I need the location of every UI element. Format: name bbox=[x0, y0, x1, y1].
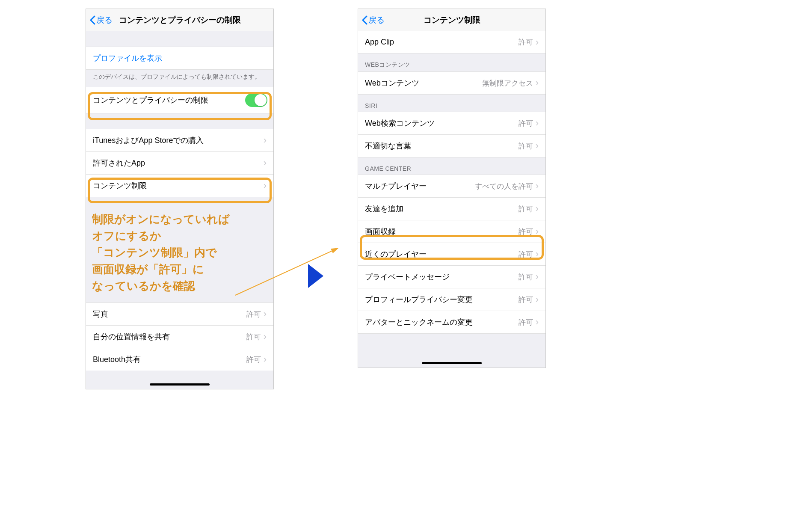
row-value: 許可 bbox=[519, 317, 533, 327]
row-label: マルチプレイヤー bbox=[365, 181, 475, 191]
chevron-right-icon: › bbox=[264, 355, 267, 364]
row-value: 許可 bbox=[519, 295, 533, 305]
chevron-right-icon: › bbox=[536, 119, 539, 128]
explicit-language-row[interactable]: 不適切な言葉 許可 › bbox=[358, 135, 545, 157]
row-value: 許可 bbox=[519, 227, 533, 237]
itunes-purchases-row[interactable]: iTunesおよびApp Storeでの購入 › bbox=[86, 129, 273, 152]
back-label: 戻る bbox=[96, 15, 113, 26]
show-profile-link[interactable]: プロファイルを表示 bbox=[86, 47, 273, 70]
row-label: iTunesおよびApp Storeでの購入 bbox=[93, 135, 264, 145]
chevron-right-icon: › bbox=[536, 227, 539, 236]
left-screenshot: 戻る コンテンツとプライバシーの制限 プロファイルを表示 このデバイスは、プロフ… bbox=[86, 9, 274, 389]
toggle-switch[interactable] bbox=[245, 93, 267, 107]
row-value: 許可 bbox=[519, 37, 533, 47]
home-indicator bbox=[86, 381, 273, 389]
chevron-left-icon bbox=[89, 15, 95, 25]
row-label: 友達を追加 bbox=[365, 204, 519, 214]
allowed-apps-row[interactable]: 許可されたApp › bbox=[86, 152, 273, 175]
page-title: コンテンツとプライバシーの制限 bbox=[119, 15, 241, 26]
back-button[interactable]: 戻る bbox=[358, 15, 385, 26]
annotation-text: 制限がオンになっていればオフにするか「コンテンツ制限」内で画面収録が「許可」にな… bbox=[92, 211, 272, 294]
chevron-right-icon: › bbox=[536, 181, 539, 191]
bluetooth-share-row[interactable]: Bluetooth共有 許可 › bbox=[86, 348, 273, 371]
row-label: Webコンテンツ bbox=[365, 78, 482, 88]
web-search-row[interactable]: Web検索コンテンツ 許可 › bbox=[358, 112, 545, 135]
row-value: 許可 bbox=[246, 355, 261, 365]
chevron-right-icon: › bbox=[536, 78, 539, 88]
chevron-left-icon bbox=[362, 15, 367, 25]
row-value: 無制限アクセス bbox=[482, 78, 533, 88]
row-value: すべての人を許可 bbox=[475, 181, 533, 191]
back-button[interactable]: 戻る bbox=[86, 15, 113, 26]
row-label: App Clip bbox=[365, 38, 519, 47]
section-header-web: WEBコンテンツ bbox=[358, 53, 545, 71]
chevron-right-icon: › bbox=[536, 272, 539, 282]
row-value: 許可 bbox=[519, 141, 533, 151]
row-value: 許可 bbox=[519, 119, 533, 128]
chevron-right-icon: › bbox=[264, 158, 267, 168]
chevron-right-icon: › bbox=[536, 141, 539, 151]
multiplayer-row[interactable]: マルチプレイヤー すべての人を許可 › bbox=[358, 175, 545, 198]
nav-bar: 戻る コンテンツとプライバシーの制限 bbox=[86, 9, 273, 31]
chevron-right-icon: › bbox=[536, 204, 539, 214]
row-value: 許可 bbox=[519, 204, 533, 214]
section-header-gamecenter: GAME CENTER bbox=[358, 157, 545, 175]
row-label: 写真 bbox=[93, 309, 246, 319]
chevron-right-icon: › bbox=[264, 332, 267, 341]
toggle-label: コンテンツとプライバシーの制限 bbox=[93, 95, 245, 105]
page-title: コンテンツ制限 bbox=[424, 15, 480, 26]
row-label: 許可されたApp bbox=[93, 158, 264, 168]
row-label: コンテンツ制限 bbox=[93, 181, 264, 191]
row-label: 自分の位置情報を共有 bbox=[93, 332, 246, 342]
profile-footer: このデバイスは、プロファイルによっても制限されています。 bbox=[86, 70, 273, 87]
row-value: 許可 bbox=[519, 249, 533, 259]
share-location-row[interactable]: 自分の位置情報を共有 許可 › bbox=[86, 326, 273, 348]
nav-bar: 戻る コンテンツ制限 bbox=[358, 9, 545, 31]
web-content-row[interactable]: Webコンテンツ 無制限アクセス › bbox=[358, 71, 545, 95]
chevron-right-icon: › bbox=[536, 317, 539, 327]
home-indicator bbox=[358, 359, 545, 368]
row-label: 不適切な言葉 bbox=[365, 141, 519, 151]
content-restrictions-row[interactable]: コンテンツ制限 › bbox=[86, 175, 273, 197]
back-label: 戻る bbox=[368, 15, 385, 26]
row-label: Web検索コンテンツ bbox=[365, 118, 519, 128]
section-header-siri: SIRI bbox=[358, 95, 545, 112]
row-value: 許可 bbox=[519, 272, 533, 282]
row-label: Bluetooth共有 bbox=[93, 354, 246, 365]
chevron-right-icon: › bbox=[264, 136, 267, 145]
add-friends-row[interactable]: 友達を追加 許可 › bbox=[358, 198, 545, 220]
chevron-right-icon: › bbox=[536, 295, 539, 304]
chevron-right-icon: › bbox=[264, 181, 267, 190]
appclip-row[interactable]: App Clip 許可 › bbox=[358, 31, 545, 53]
chevron-right-icon: › bbox=[536, 38, 539, 47]
restrict-toggle-row[interactable]: コンテンツとプライバシーの制限 bbox=[86, 87, 273, 113]
chevron-right-icon: › bbox=[536, 249, 539, 259]
link-label: プロファイルを表示 bbox=[93, 53, 267, 63]
row-value: 許可 bbox=[246, 332, 261, 342]
